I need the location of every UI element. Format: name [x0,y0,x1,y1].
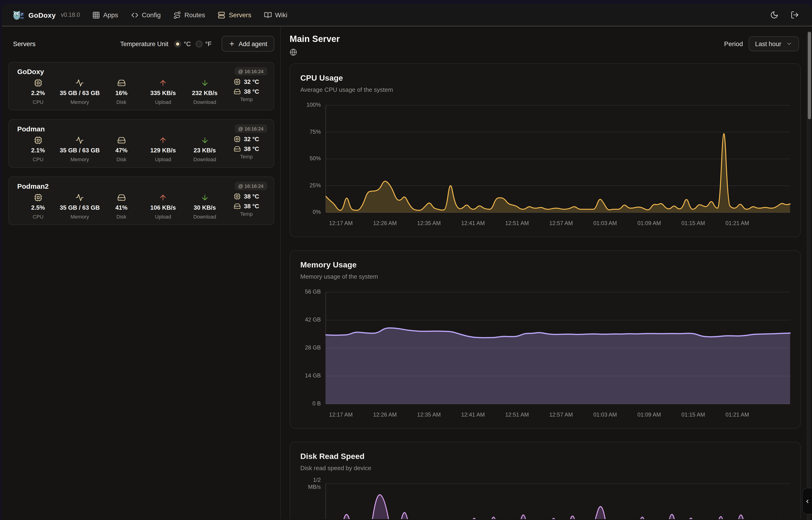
activity-icon [76,79,84,87]
arrow-up-icon [159,136,167,144]
x-axis-label: 12:35 AM [417,220,441,227]
x-axis-label: 12:51 AM [505,411,529,418]
stat-upload: 129 KB/sUpload [142,136,184,162]
nav-item-config[interactable]: Config [131,11,161,19]
server-card-podman[interactable]: Podman@ 16:16:242.1%CPU35 GB / 63 GBMemo… [8,119,274,168]
x-axis-label: 12:26 AM [373,411,397,418]
server-timestamp: @ 16:16:24 [234,124,267,133]
moon-icon [770,11,779,19]
hard-drive-icon [234,146,241,152]
chart-subtitle: Memory usage of the system [300,273,790,280]
nav-item-wiki[interactable]: Wiki [264,11,287,19]
period-select[interactable]: Last hour [749,36,799,51]
arrow-up-icon [159,193,167,202]
y-axis-label: 50% [310,155,321,162]
server-name: GoDoxy [17,67,44,75]
stat-cpu: 2.1%CPU [17,136,59,162]
stat-temp: 38 °C38 °CTemp [226,193,267,219]
radio-celsius-circle[interactable] [174,40,181,47]
disk-read-speed-plot[interactable] [326,484,790,519]
server-card-list: GoDoxy@ 16:16:242.2%CPU35 GB / 63 GBMemo… [2,52,280,225]
memory-usage-plot[interactable] [326,292,790,404]
nav-item-apps[interactable]: Apps [92,11,118,19]
y-axis-label: 75% [310,129,321,136]
brand-version: v0.18.0 [61,11,80,18]
logout-button[interactable] [791,11,799,19]
nav-item-routes[interactable]: Routes [173,11,205,19]
activity-icon [76,193,84,202]
grid-icon [92,11,100,19]
scrollbar-thumb[interactable] [808,32,811,119]
radio-celsius[interactable]: °C [174,40,191,47]
cpu-icon [34,136,43,144]
x-axis-label: 12:17 AM [329,411,353,418]
cpu-usage-plot[interactable] [326,105,790,212]
nav-item-servers[interactable]: Servers [218,11,251,19]
stat-disk: 41%Disk [101,193,142,219]
stat-memory: 35 GB / 63 GBMemory [59,193,101,219]
chart-title: CPU Usage [300,74,790,83]
arrow-up-icon [159,79,167,87]
x-axis-label: 01:15 AM [681,411,705,418]
cpu-icon [234,136,241,142]
y-axis-label: 28 GB [305,344,321,351]
radio-fahrenheit[interactable]: °F [196,40,212,47]
godoxy-logo [12,9,24,21]
y-axis-label: 0% [313,209,321,216]
x-axis-label: 01:09 AM [637,220,661,227]
cpu-usage-card: CPU UsageAverage CPU usage of the system… [289,63,801,237]
stat-upload: 106 KB/sUpload [142,193,184,219]
x-axis-label: 12:57 AM [549,220,573,227]
server-card-godoxy[interactable]: GoDoxy@ 16:16:242.2%CPU35 GB / 63 GBMemo… [8,62,274,110]
x-axis-label: 01:21 AM [725,220,749,227]
book-open-icon [264,11,272,19]
sidebar-collapse-handle[interactable] [802,488,812,514]
content: Servers Temperature Unit °C °F [2,27,812,519]
cpu-icon [234,78,241,85]
stat-cpu: 2.5%CPU [17,193,59,219]
stat-memory: 35 GB / 63 GBMemory [59,136,101,162]
hard-drive-icon [117,136,126,144]
radio-fahrenheit-circle[interactable] [196,40,202,47]
cpu-icon [34,79,43,87]
arrow-down-icon [201,79,209,87]
nav-items: AppsConfigRoutesServersWiki [92,11,287,19]
app-shell: GoDoxy v0.18.0 AppsConfigRoutesServersWi… [2,4,812,520]
stat-temp: 32 °C38 °CTemp [226,78,267,105]
servers-sidebar: Servers Temperature Unit °C °F [2,27,281,519]
brand[interactable]: GoDoxy v0.18.0 [12,9,80,21]
route-icon [173,11,181,19]
stat-cpu: 2.2%CPU [17,78,59,105]
temperature-unit-group: Temperature Unit °C °F Add agent [120,36,274,52]
cpu-icon [234,193,241,200]
x-axis-label: 01:03 AM [593,411,617,418]
x-axis-label: 12:51 AM [505,220,529,227]
stat-temp: 32 °C38 °CTemp [226,136,267,162]
server-card-podman2[interactable]: Podman2@ 16:16:242.5%CPU35 GB / 63 GBMem… [8,177,274,225]
brand-name: GoDoxy [28,11,56,19]
y-axis-label: 25% [310,182,321,189]
logout-icon [791,11,799,19]
add-agent-button[interactable]: Add agent [222,36,274,52]
stat-disk: 16%Disk [101,78,142,105]
scrollbar-track[interactable] [807,32,811,520]
y-axis-label: 56 GB [305,288,321,295]
plus-icon [229,41,235,47]
chevron-left-icon [805,498,810,504]
arrow-down-icon [201,136,209,144]
server-timestamp: @ 16:16:24 [234,67,267,76]
stat-download: 23 KB/sDownload [184,136,226,162]
memory-usage-card: Memory UsageMemory usage of the system56… [289,250,801,429]
hard-drive-icon [234,88,241,95]
hard-drive-icon [117,79,126,87]
nav-actions [770,11,803,19]
theme-toggle-button[interactable] [770,11,779,19]
y-axis-label: 0 B [312,400,321,407]
sidebar-header: Servers Temperature Unit °C °F [2,27,280,52]
page: GoDoxy v0.18.0 AppsConfigRoutesServersWi… [0,0,812,520]
server-timestamp: @ 16:16:24 [234,182,267,190]
globe-icon[interactable] [289,49,297,56]
x-axis-label: 01:09 AM [637,411,661,418]
chart-subtitle: Average CPU usage of the system [300,86,790,93]
code-icon [131,11,139,19]
